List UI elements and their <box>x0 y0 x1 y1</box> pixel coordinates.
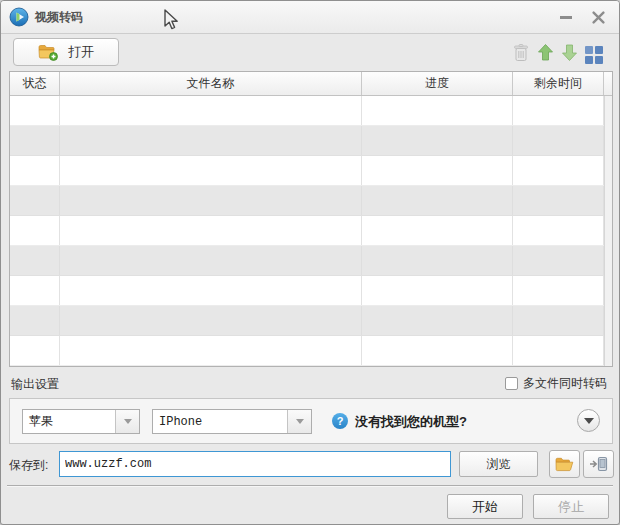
table-cell <box>60 276 362 305</box>
grid-square <box>585 56 593 64</box>
table-cell <box>362 306 513 335</box>
folder-add-icon <box>38 44 59 61</box>
table-cell <box>513 306 604 335</box>
grid-square <box>595 46 603 54</box>
table-cell <box>60 96 362 125</box>
table-row <box>10 126 612 156</box>
view-grid-button[interactable] <box>585 46 603 64</box>
table-cell <box>513 246 604 275</box>
table-cell <box>362 186 513 215</box>
expand-settings-button[interactable] <box>577 409 600 432</box>
table-header: 状态 文件名称 进度 剩余时间 <box>10 72 612 96</box>
table-cell <box>513 156 604 185</box>
open-button[interactable]: 打开 <box>13 38 119 66</box>
move-down-button[interactable] <box>561 43 578 66</box>
table-cell <box>10 336 60 365</box>
app-window: 视频转码 打开 <box>0 0 620 525</box>
app-logo-icon <box>9 7 29 27</box>
table-cell <box>10 96 60 125</box>
model-select-value: IPhone <box>153 410 287 433</box>
table-cell <box>10 216 60 245</box>
arrow-up-icon <box>537 43 554 62</box>
table-row <box>10 306 612 336</box>
column-header-status[interactable]: 状态 <box>10 72 60 95</box>
table-cell <box>513 186 604 215</box>
save-row: 保存到: 浏览 <box>1 450 619 479</box>
arrow-down-icon <box>561 43 578 62</box>
start-button[interactable]: 开始 <box>447 494 523 519</box>
table-cell <box>362 96 513 125</box>
multi-file-checkbox-label: 多文件同时转码 <box>523 375 607 392</box>
table-cell <box>513 126 604 155</box>
multi-file-checkbox-group[interactable]: 多文件同时转码 <box>505 375 607 392</box>
table-row <box>10 96 612 126</box>
table-cell <box>10 156 60 185</box>
table-cell <box>10 246 60 275</box>
table-cell <box>362 156 513 185</box>
grid-square <box>585 46 593 54</box>
table-cell <box>60 156 362 185</box>
table-cell <box>10 276 60 305</box>
table-row <box>10 336 612 366</box>
close-button[interactable] <box>585 6 611 28</box>
multi-file-checkbox[interactable] <box>505 377 518 390</box>
open-button-label: 打开 <box>68 43 94 61</box>
table-row <box>10 216 612 246</box>
table-cell <box>10 126 60 155</box>
table-cell <box>362 216 513 245</box>
output-settings-panel: 苹果 IPhone ? 没有找到您的机型? <box>9 398 613 444</box>
folder-open-icon <box>555 457 574 472</box>
output-settings-label: 输出设置 <box>11 376 59 393</box>
model-select-arrow[interactable] <box>287 410 311 433</box>
model-help-link[interactable]: 没有找到您的机型? <box>355 413 467 431</box>
file-table: 状态 文件名称 进度 剩余时间 <box>9 71 613 367</box>
save-path-input[interactable] <box>59 451 451 477</box>
window-title: 视频转码 <box>35 1 83 33</box>
table-cell <box>513 96 604 125</box>
table-cell <box>60 186 362 215</box>
table-cell <box>513 216 604 245</box>
table-body <box>10 96 612 366</box>
vertical-scrollbar[interactable] <box>604 96 612 366</box>
brand-select[interactable]: 苹果 <box>22 409 140 434</box>
chevron-down-icon <box>124 419 132 424</box>
start-button-label: 开始 <box>472 498 498 516</box>
trash-icon <box>512 43 530 62</box>
save-to-label: 保存到: <box>9 457 48 474</box>
column-header-progress[interactable]: 进度 <box>362 72 513 95</box>
table-row <box>10 246 612 276</box>
bottom-divider <box>7 485 613 487</box>
model-select[interactable]: IPhone <box>152 409 312 434</box>
open-output-folder-button[interactable] <box>549 450 580 478</box>
chevron-down-icon <box>296 419 304 424</box>
toolbar-icon-group <box>512 43 603 66</box>
table-cell <box>362 336 513 365</box>
brand-select-arrow[interactable] <box>115 410 139 433</box>
table-cell <box>10 306 60 335</box>
table-cell <box>60 306 362 335</box>
table-cell <box>10 186 60 215</box>
close-icon <box>592 11 605 24</box>
title-bar[interactable]: 视频转码 <box>1 1 619 34</box>
output-settings-row: 输出设置 多文件同时转码 <box>1 374 619 394</box>
move-up-button[interactable] <box>537 43 554 66</box>
table-cell <box>60 246 362 275</box>
table-cell <box>362 126 513 155</box>
column-header-remaining[interactable]: 剩余时间 <box>513 72 604 95</box>
table-row <box>10 186 612 216</box>
minimize-button[interactable] <box>553 6 579 28</box>
browse-button[interactable]: 浏览 <box>459 451 538 477</box>
column-header-filename[interactable]: 文件名称 <box>60 72 362 95</box>
delete-button[interactable] <box>512 43 530 66</box>
brand-select-value: 苹果 <box>23 410 115 433</box>
grid-square <box>595 56 603 64</box>
chevron-down-icon <box>584 418 594 424</box>
table-cell <box>513 276 604 305</box>
minimize-icon <box>560 16 572 19</box>
browse-button-label: 浏览 <box>487 456 511 473</box>
table-cell <box>60 336 362 365</box>
send-to-device-button[interactable] <box>583 450 614 478</box>
export-to-device-icon <box>589 456 608 472</box>
help-icon[interactable]: ? <box>332 413 348 429</box>
stop-button: 停止 <box>533 494 609 519</box>
